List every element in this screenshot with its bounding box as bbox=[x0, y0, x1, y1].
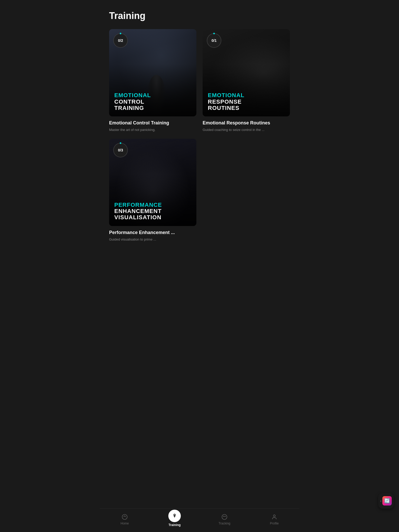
page-title: Training bbox=[100, 0, 299, 26]
card-image-1: EMOTIONAL CONTROL TRAINING 0/2 bbox=[109, 29, 196, 116]
progress-badge-2: 0/1 bbox=[207, 33, 221, 48]
nav-item-profile[interactable]: Profile bbox=[249, 513, 299, 525]
card-line3-3: VISUALISATION bbox=[114, 214, 162, 221]
card-text-1: EMOTIONAL CONTROL TRAINING bbox=[114, 92, 151, 111]
card-line2-3: ENHANCEMENT bbox=[114, 208, 162, 214]
card-text-2: EMOTIONAL RESPONSE ROUTINES bbox=[208, 92, 244, 111]
nav-item-tracking[interactable]: Tracking bbox=[200, 513, 249, 525]
card-line1-3: PERFORMANCE bbox=[114, 202, 162, 208]
card-line3-2: ROUTINES bbox=[208, 105, 244, 111]
svg-point-2 bbox=[222, 514, 227, 520]
progress-badge-1: 0/2 bbox=[113, 33, 128, 48]
card-info-1: Emotional Control Training Master the ar… bbox=[109, 120, 196, 132]
card-emotional-control[interactable]: EMOTIONAL CONTROL TRAINING 0/2 Emotional… bbox=[109, 29, 196, 132]
nav-item-home[interactable]: Home bbox=[100, 513, 150, 525]
card-image-2: EMOTIONAL RESPONSE ROUTINES 0/1 bbox=[203, 29, 290, 116]
card-desc-3: Guided visualisation to prime ... bbox=[109, 237, 196, 242]
nav-label-training: Training bbox=[169, 523, 181, 527]
card-text-3: PERFORMANCE ENHANCEMENT VISUALISATION bbox=[114, 202, 162, 221]
nav-label-tracking: Tracking bbox=[218, 522, 230, 525]
card-line3-1: TRAINING bbox=[114, 105, 151, 111]
svg-point-0 bbox=[122, 514, 127, 520]
nav-label-home: Home bbox=[121, 522, 129, 525]
home-icon bbox=[121, 513, 128, 521]
card-line2-2: RESPONSE bbox=[208, 99, 244, 105]
nav-item-training[interactable]: Training bbox=[150, 512, 200, 527]
svg-point-3 bbox=[273, 515, 275, 517]
card-performance[interactable]: PERFORMANCE ENHANCEMENT VISUALISATION 0/… bbox=[109, 139, 196, 242]
card-line2-1: CONTROL bbox=[114, 99, 151, 105]
progress-badge-3: 0/3 bbox=[113, 143, 128, 157]
card-desc-1: Master the art of not panicking. bbox=[109, 128, 196, 132]
card-desc-2: Guided coaching to seize control in the … bbox=[203, 128, 290, 132]
card-title-3: Performance Enhancement ... bbox=[109, 230, 196, 236]
card-line1-2: EMOTIONAL bbox=[208, 92, 244, 98]
tracking-icon bbox=[221, 513, 228, 521]
card-info-3: Performance Enhancement ... Guided visua… bbox=[109, 230, 196, 242]
card-info-2: Emotional Response Routines Guided coach… bbox=[203, 120, 290, 132]
card-title-2: Emotional Response Routines bbox=[203, 120, 290, 126]
profile-icon bbox=[271, 513, 278, 521]
card-emotional-response[interactable]: EMOTIONAL RESPONSE ROUTINES 0/1 Emotiona… bbox=[203, 29, 290, 132]
training-icon bbox=[168, 510, 181, 522]
card-title-1: Emotional Control Training bbox=[109, 120, 196, 126]
nav-label-profile: Profile bbox=[270, 522, 279, 525]
card-image-3: PERFORMANCE ENHANCEMENT VISUALISATION 0/… bbox=[109, 139, 196, 226]
bottom-navigation: Home Training Tracking Profile bbox=[100, 508, 299, 532]
card-line1-1: EMOTIONAL bbox=[114, 92, 151, 98]
cards-grid: EMOTIONAL CONTROL TRAINING 0/2 Emotional… bbox=[100, 26, 299, 273]
